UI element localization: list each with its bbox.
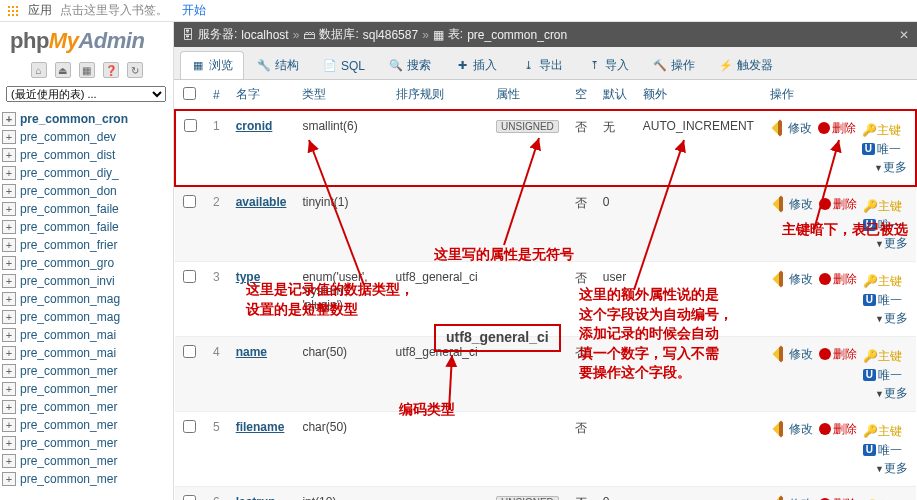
op-change[interactable]: 修改	[774, 119, 812, 137]
expand-icon[interactable]: +	[2, 436, 16, 450]
expand-icon[interactable]: +	[2, 346, 16, 360]
expand-icon[interactable]: +	[2, 274, 16, 288]
expand-icon[interactable]: +	[2, 418, 16, 432]
tree-item[interactable]: +pre_common_dev	[0, 128, 173, 146]
expand-icon[interactable]: +	[2, 166, 16, 180]
tree-item[interactable]: +pre_common_faile	[0, 218, 173, 236]
op-drop[interactable]: 删除	[819, 345, 857, 363]
col-name[interactable]: 名字	[228, 80, 295, 110]
op-more[interactable]: ▼更多	[875, 461, 908, 475]
tree-item[interactable]: +pre_common_frier	[0, 236, 173, 254]
row-check[interactable]	[183, 345, 196, 358]
col-extra[interactable]: 额外	[635, 80, 762, 110]
tree-item[interactable]: +pre_common_mer	[0, 470, 173, 488]
tab-导出[interactable]: ⤓导出	[510, 51, 574, 79]
op-more[interactable]: ▼更多	[875, 386, 908, 400]
op-unique[interactable]: U唯一	[863, 216, 902, 234]
tree-item[interactable]: +pre_common_mer	[0, 416, 173, 434]
op-unique[interactable]: U唯一	[863, 291, 902, 309]
tree-item[interactable]: +pre_common_invi	[0, 272, 173, 290]
op-more[interactable]: ▼更多	[875, 236, 908, 250]
bookmark-start[interactable]: 开始	[182, 2, 206, 19]
db-tree[interactable]: +pre_common_cron+pre_common_dev+pre_comm…	[0, 106, 173, 500]
op-change[interactable]: 修改	[775, 195, 813, 213]
op-change[interactable]: 修改	[775, 345, 813, 363]
tab-结构[interactable]: 🔧结构	[246, 51, 310, 79]
tab-搜索[interactable]: 🔍搜索	[378, 51, 442, 79]
tree-item[interactable]: +pre_common_faile	[0, 200, 173, 218]
row-check[interactable]	[184, 119, 197, 132]
col-null[interactable]: 空	[567, 80, 595, 110]
tree-item[interactable]: +pre_common_mag	[0, 290, 173, 308]
col-default[interactable]: 默认	[595, 80, 635, 110]
tree-item[interactable]: +pre_common_don	[0, 182, 173, 200]
op-unique[interactable]: U唯一	[863, 441, 902, 459]
op-primary[interactable]: 🔑主键	[862, 121, 901, 139]
op-primary[interactable]: 🔑主键	[863, 272, 902, 290]
op-primary[interactable]: 🔑主键	[863, 197, 902, 215]
breadcrumb-server[interactable]: localhost	[241, 28, 288, 42]
tab-浏览[interactable]: ▦浏览	[180, 51, 244, 79]
expand-icon[interactable]: +	[2, 310, 16, 324]
op-change[interactable]: 修改	[775, 270, 813, 288]
tree-item[interactable]: +pre_common_mag	[0, 308, 173, 326]
row-check[interactable]	[183, 420, 196, 433]
column-name[interactable]: available	[236, 195, 287, 209]
tab-触发器[interactable]: ⚡触发器	[708, 51, 784, 79]
op-more[interactable]: ▼更多	[874, 160, 907, 174]
expand-icon[interactable]: +	[2, 202, 16, 216]
tree-item[interactable]: +pre_common_mer	[0, 452, 173, 470]
reload-icon[interactable]: ↻	[127, 62, 143, 78]
sql-icon[interactable]: ▦	[79, 62, 95, 78]
column-name[interactable]: filename	[236, 420, 285, 434]
tree-item[interactable]: +pre_common_mer	[0, 398, 173, 416]
expand-icon[interactable]: +	[2, 256, 16, 270]
op-more[interactable]: ▼更多	[875, 311, 908, 325]
op-drop[interactable]: 删除	[819, 420, 857, 438]
breadcrumb-table[interactable]: pre_common_cron	[467, 28, 567, 42]
expand-icon[interactable]: +	[2, 472, 16, 486]
expand-icon[interactable]: +	[2, 454, 16, 468]
col-num[interactable]: #	[205, 80, 228, 110]
tree-item[interactable]: +pre_common_cron	[0, 110, 173, 128]
op-unique[interactable]: U唯一	[863, 366, 902, 384]
expand-icon[interactable]: +	[2, 400, 16, 414]
op-drop[interactable]: 删除	[819, 195, 857, 213]
expand-icon[interactable]: +	[2, 328, 16, 342]
tree-item[interactable]: +pre_common_mer	[0, 434, 173, 452]
op-change[interactable]: 修改	[775, 420, 813, 438]
column-name[interactable]: type	[236, 270, 261, 284]
home-icon[interactable]: ⌂	[31, 62, 47, 78]
phpmyadmin-logo[interactable]: phpMyAdmin	[0, 22, 173, 58]
col-collation[interactable]: 排序规则	[388, 80, 488, 110]
op-change[interactable]: 修改	[775, 495, 813, 500]
tree-item[interactable]: +pre_common_mer	[0, 380, 173, 398]
expand-icon[interactable]: +	[2, 112, 16, 126]
tree-item[interactable]: +pre_common_mai	[0, 326, 173, 344]
expand-icon[interactable]: +	[2, 130, 16, 144]
docs-icon[interactable]: ❓	[103, 62, 119, 78]
tree-item[interactable]: +pre_common_diy_	[0, 164, 173, 182]
op-primary[interactable]: 🔑主键	[863, 422, 902, 440]
op-drop[interactable]: 删除	[818, 119, 856, 137]
tree-item[interactable]: +pre_common_mai	[0, 344, 173, 362]
expand-icon[interactable]: +	[2, 148, 16, 162]
recent-tables-select[interactable]: (最近使用的表) ...	[6, 86, 166, 102]
expand-icon[interactable]: +	[2, 364, 16, 378]
row-check[interactable]	[183, 195, 196, 208]
row-check[interactable]	[183, 495, 196, 500]
expand-icon[interactable]: +	[2, 292, 16, 306]
tree-item[interactable]: +pre_common_mer	[0, 362, 173, 380]
expand-icon[interactable]: +	[2, 220, 16, 234]
tab-插入[interactable]: ✚插入	[444, 51, 508, 79]
expand-icon[interactable]: +	[2, 238, 16, 252]
apps-label[interactable]: 应用	[28, 2, 52, 19]
column-name[interactable]: name	[236, 345, 267, 359]
breadcrumb-db[interactable]: sql486587	[363, 28, 418, 42]
expand-icon[interactable]: +	[2, 184, 16, 198]
expand-icon[interactable]: +	[2, 382, 16, 396]
column-name[interactable]: lastrun	[236, 495, 276, 500]
col-attr[interactable]: 属性	[488, 80, 567, 110]
tab-导入[interactable]: ⤒导入	[576, 51, 640, 79]
op-drop[interactable]: 删除	[819, 495, 857, 500]
